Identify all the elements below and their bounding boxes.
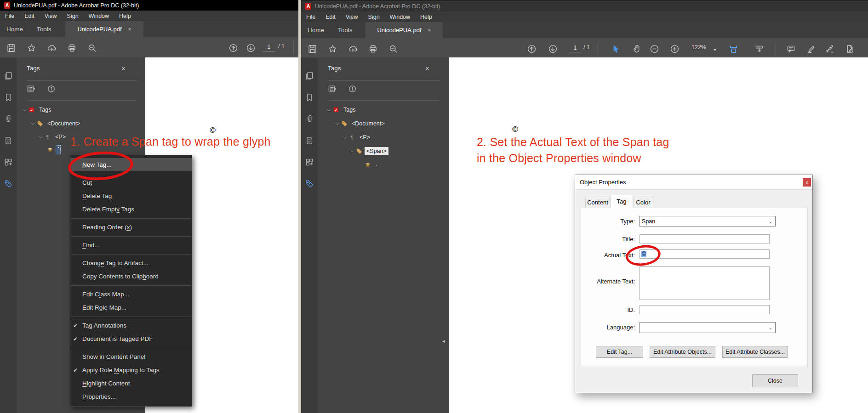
page-number-input[interactable]: 1 bbox=[569, 43, 581, 52]
zoom-in-icon[interactable] bbox=[669, 43, 680, 54]
type-select[interactable]: Span⌄ bbox=[640, 216, 776, 226]
list-options-icon[interactable] bbox=[27, 85, 35, 95]
tab-home[interactable]: Home bbox=[6, 21, 23, 37]
menu-item-highlight-content[interactable]: Highlight Content bbox=[70, 377, 192, 390]
zoom-level-value[interactable]: 122% bbox=[691, 44, 706, 51]
tree-chevron-icon[interactable] bbox=[343, 135, 349, 140]
content-icon[interactable] bbox=[304, 136, 314, 146]
tree-item-content[interactable] bbox=[47, 145, 61, 155]
menu-item-change-tag-to-artifact[interactable]: Change Tag to Artifact... bbox=[70, 256, 192, 270]
edit-tag-button[interactable]: Edit Tag... bbox=[596, 346, 643, 358]
menu-item-document-is-tagged-pdf[interactable]: ✔Document is Tagged PDF bbox=[70, 332, 192, 345]
tree-chevron-icon[interactable] bbox=[335, 121, 341, 126]
tree-item-p[interactable]: ¶<P> bbox=[38, 132, 68, 142]
menu-window[interactable]: Window bbox=[84, 11, 114, 21]
menu-help[interactable]: Help bbox=[415, 11, 437, 22]
menu-file[interactable]: File bbox=[0, 11, 19, 21]
panel-close-icon[interactable]: × bbox=[425, 64, 429, 72]
id-input[interactable] bbox=[640, 305, 770, 314]
hand-icon[interactable] bbox=[631, 43, 642, 54]
page-thumbnails-icon[interactable] bbox=[3, 71, 13, 81]
menu-item-show-in-content-panel[interactable]: Show in Content Panel bbox=[70, 350, 192, 363]
alternate-text-textarea[interactable] bbox=[640, 266, 770, 300]
page-view-icon[interactable] bbox=[728, 43, 739, 54]
close-tab-icon[interactable]: × bbox=[128, 26, 131, 33]
page-number-input[interactable]: 1 bbox=[263, 42, 275, 51]
fill-sign-icon[interactable] bbox=[824, 43, 835, 54]
tree-item-document[interactable]: <Document> bbox=[30, 119, 82, 129]
menu-edit[interactable]: Edit bbox=[320, 11, 341, 22]
bookmarks-icon[interactable] bbox=[304, 92, 314, 102]
edit-attribute-classes-button[interactable]: Edit Attribute Classes... bbox=[722, 346, 788, 358]
share-icon[interactable] bbox=[46, 42, 57, 53]
tags-icon[interactable] bbox=[304, 179, 314, 189]
edit-attribute-objects-button[interactable]: Edit Attribute Objects... bbox=[650, 346, 715, 358]
info-icon[interactable] bbox=[47, 85, 56, 95]
dialog-close-icon[interactable]: x bbox=[803, 178, 811, 187]
menu-item-tag-annotations[interactable]: ✔Tag Annotations bbox=[70, 319, 192, 332]
menu-help[interactable]: Help bbox=[114, 11, 136, 21]
tree-chevron-icon[interactable] bbox=[326, 107, 333, 113]
dialog-tab-content[interactable]: Content bbox=[585, 197, 610, 208]
tab-home[interactable]: Home bbox=[308, 22, 324, 38]
menu-sign[interactable]: Sign bbox=[363, 11, 385, 22]
tab-document[interactable]: UnicodePUA.pdf × bbox=[365, 22, 443, 38]
tree-item-document[interactable]: <Document> bbox=[335, 119, 387, 129]
selected-glyph-box[interactable] bbox=[56, 145, 61, 154]
bookmarks-icon[interactable] bbox=[3, 92, 13, 102]
page-up-icon[interactable] bbox=[526, 43, 537, 54]
content-icon[interactable] bbox=[3, 136, 13, 146]
order-icon[interactable] bbox=[3, 157, 13, 167]
page-down-icon[interactable] bbox=[547, 43, 558, 54]
menu-edit[interactable]: Edit bbox=[19, 11, 40, 21]
tab-tools[interactable]: Tools bbox=[37, 21, 51, 37]
edit-page-icon[interactable] bbox=[844, 43, 855, 54]
attachments-icon[interactable] bbox=[304, 113, 314, 124]
menu-item-find[interactable]: Find... bbox=[70, 238, 192, 252]
pointer-icon[interactable] bbox=[610, 43, 621, 54]
menu-window[interactable]: Window bbox=[385, 11, 415, 22]
panel-collapse-icon[interactable]: ◄ bbox=[441, 339, 446, 344]
order-icon[interactable] bbox=[304, 157, 314, 167]
tree-chevron-icon[interactable] bbox=[30, 121, 37, 126]
tags-icon[interactable] bbox=[3, 179, 13, 189]
tree-chevron-icon[interactable] bbox=[38, 135, 45, 140]
tree-item-tags[interactable]: Tags bbox=[22, 105, 53, 115]
menu-view[interactable]: View bbox=[40, 11, 62, 21]
tab-document[interactable]: UnicodePUA.pdf × bbox=[65, 21, 143, 37]
star-icon[interactable] bbox=[26, 42, 37, 53]
list-options-icon[interactable] bbox=[328, 85, 337, 95]
menu-item-properties[interactable]: Properties... bbox=[70, 390, 192, 403]
comment-icon[interactable] bbox=[785, 43, 796, 54]
menu-view[interactable]: View bbox=[341, 11, 363, 22]
highlighter-icon[interactable] bbox=[806, 43, 817, 54]
menu-item-apply-role-mapping-to-tags[interactable]: ✔Apply Role Mapping to Tags bbox=[70, 363, 192, 377]
search-icon[interactable] bbox=[388, 43, 399, 54]
tree-item-·[interactable]: · bbox=[365, 160, 377, 170]
print-icon[interactable] bbox=[367, 43, 378, 54]
search-icon[interactable] bbox=[86, 42, 97, 53]
tab-tools[interactable]: Tools bbox=[338, 22, 353, 38]
menu-item-edit-role-map[interactable]: Edit Role Map... bbox=[70, 301, 192, 314]
zoom-out-icon[interactable] bbox=[649, 43, 660, 54]
language-select[interactable]: ⌄ bbox=[640, 322, 776, 333]
dialog-tab-color[interactable]: Color bbox=[633, 197, 653, 208]
page-down-icon[interactable] bbox=[245, 42, 256, 53]
tree-chevron-icon[interactable] bbox=[349, 149, 356, 154]
menu-sign[interactable]: Sign bbox=[62, 11, 84, 21]
print-icon[interactable] bbox=[66, 42, 77, 53]
menu-item-edit-class-map[interactable]: Edit Class Map... bbox=[70, 288, 192, 301]
tree-chevron-icon[interactable] bbox=[22, 107, 29, 113]
page-thumbnails-icon[interactable] bbox=[304, 71, 314, 81]
menu-item-delete-tag[interactable]: Delete Tag bbox=[70, 189, 192, 203]
attachments-icon[interactable] bbox=[3, 113, 13, 124]
dialog-tab-tag[interactable]: Tag bbox=[610, 195, 633, 208]
close-button[interactable]: Close bbox=[752, 374, 798, 387]
tree-item-p[interactable]: ¶<P> bbox=[343, 132, 372, 142]
caret-down-icon[interactable] bbox=[712, 44, 718, 55]
tree-item-span[interactable]: <Span> bbox=[349, 146, 388, 156]
menu-item-copy-contents-to-clipboard[interactable]: Copy Contents to Clipboard bbox=[70, 270, 192, 283]
share-icon[interactable] bbox=[347, 43, 358, 54]
title-input[interactable] bbox=[640, 234, 770, 243]
menu-item-delete-empty-tags[interactable]: Delete Empty Tags bbox=[70, 203, 192, 216]
